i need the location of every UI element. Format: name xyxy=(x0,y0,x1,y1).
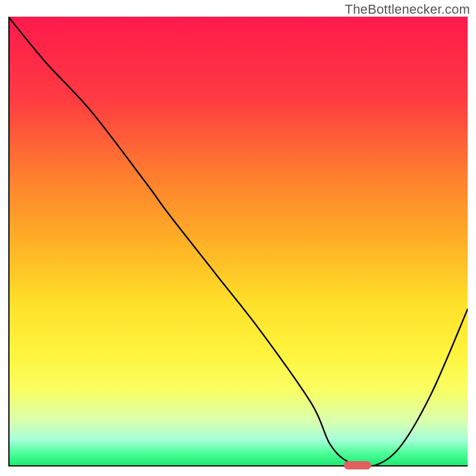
optimal-range-marker xyxy=(344,461,371,469)
plot-svg xyxy=(8,17,468,466)
chart-frame: TheBottlenecker.com xyxy=(0,0,476,476)
plot-area xyxy=(8,17,468,466)
bottleneck-curve xyxy=(8,17,468,466)
watermark-text: TheBottlenecker.com xyxy=(345,2,470,17)
